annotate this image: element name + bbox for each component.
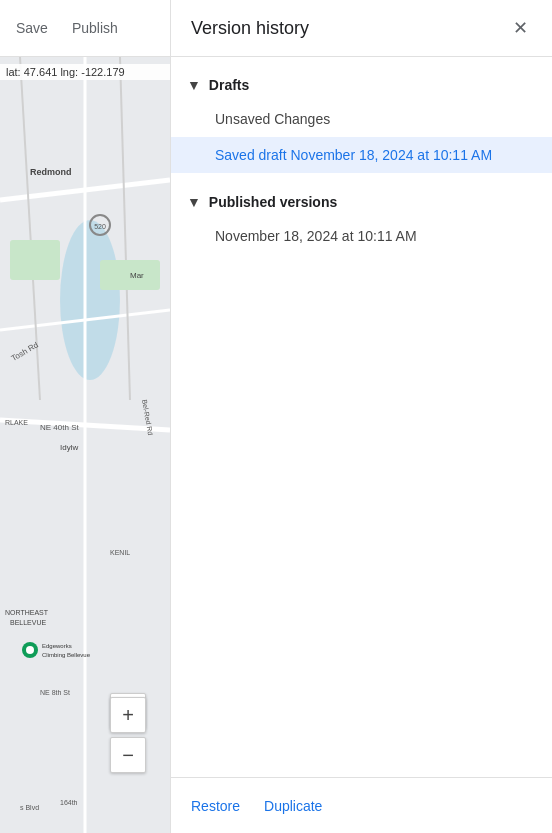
- map-toolbar: Save Publish: [0, 0, 170, 57]
- unsaved-changes-item[interactable]: Unsaved Changes: [171, 101, 552, 137]
- panel-title: Version history: [191, 18, 309, 39]
- svg-rect-10: [10, 240, 60, 280]
- svg-text:s Blvd: s Blvd: [20, 804, 39, 811]
- svg-text:Idylw: Idylw: [60, 443, 78, 452]
- svg-text:Mar: Mar: [130, 271, 144, 280]
- svg-text:Edgeworks: Edgeworks: [42, 643, 72, 649]
- published-section-title: Published versions: [209, 194, 337, 210]
- published-version-item[interactable]: November 18, 2024 at 10:11 AM: [171, 218, 552, 254]
- svg-text:164th: 164th: [60, 799, 78, 806]
- svg-text:BELLEVUE: BELLEVUE: [10, 619, 47, 626]
- published-chevron-icon: ▼: [187, 194, 201, 210]
- svg-text:Redmond: Redmond: [30, 167, 72, 177]
- panel-content: ▼ Drafts Unsaved Changes Saved draft Nov…: [171, 57, 552, 777]
- zoom-in-button[interactable]: +: [110, 697, 146, 733]
- publish-button[interactable]: Publish: [72, 20, 118, 36]
- drafts-chevron-icon: ▼: [187, 77, 201, 93]
- coordinates-text: lat: 47.641 lng: -122.179: [6, 66, 125, 78]
- saved-draft-item[interactable]: Saved draft November 18, 2024 at 10:11 A…: [171, 137, 552, 173]
- drafts-section-title: Drafts: [209, 77, 249, 93]
- svg-text:520: 520: [94, 223, 106, 230]
- published-section-header[interactable]: ▼ Published versions: [171, 182, 552, 218]
- map-coordinates: lat: 47.641 lng: -122.179: [0, 64, 170, 80]
- section-divider: [171, 177, 552, 178]
- svg-text:KENIL: KENIL: [110, 549, 130, 556]
- zoom-controls: + −: [110, 697, 146, 773]
- drafts-section-header[interactable]: ▼ Drafts: [171, 65, 552, 101]
- close-button[interactable]: ✕: [508, 16, 532, 40]
- save-button[interactable]: Save: [16, 20, 48, 36]
- svg-point-23: [26, 646, 34, 654]
- map-container: Save Publish 520 Redmond RLAKE Idylw KEN…: [0, 0, 170, 833]
- svg-text:NORTHEAST: NORTHEAST: [5, 609, 49, 616]
- svg-text:Climbing Bellevue: Climbing Bellevue: [42, 652, 91, 658]
- duplicate-button[interactable]: Duplicate: [264, 798, 322, 814]
- svg-text:NE 40th St: NE 40th St: [40, 423, 79, 432]
- zoom-out-button[interactable]: −: [110, 737, 146, 773]
- panel-footer: Restore Duplicate: [171, 777, 552, 833]
- svg-text:NE 8th St: NE 8th St: [40, 689, 70, 696]
- svg-text:RLAKE: RLAKE: [5, 419, 28, 426]
- panel-header: Version history ✕: [171, 0, 552, 57]
- version-history-panel: Version history ✕ ▼ Drafts Unsaved Chang…: [170, 0, 552, 833]
- svg-point-1: [60, 220, 120, 380]
- restore-button[interactable]: Restore: [191, 798, 240, 814]
